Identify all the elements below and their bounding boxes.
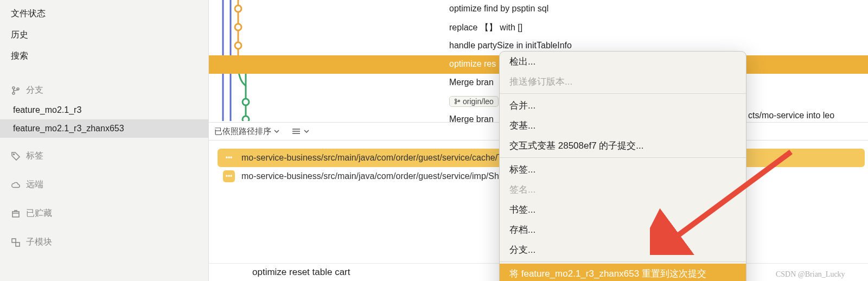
menu-archive[interactable]: 存档... [500,220,746,240]
menu-separator [500,93,746,94]
commit-msg-tail: cts/mo-service into leo [748,111,834,120]
sidebar-section-submodules[interactable]: 子模块 [0,232,208,253]
chevron-down-icon [274,130,279,133]
context-menu: 检出... 推送修订版本... 合并... 变基... 交互式变基 28508e… [499,51,746,281]
commit-row[interactable]: optimize find by psptin sql [209,0,868,18]
branch-tag: origin/leo [449,96,499,107]
svg-point-3 [14,154,15,155]
list-icon [291,127,301,135]
submodules-label: 子模块 [26,237,52,248]
svg-rect-6 [16,242,20,246]
remotes-label: 远端 [26,179,43,190]
sidebar-section-branches[interactable]: 分支 [0,80,208,101]
tags-label: 标签 [26,150,43,162]
submodule-icon [11,238,21,247]
stash-icon [11,209,21,219]
tag-icon [11,151,21,161]
sidebar-branch-item-active[interactable]: feature_mo2.1_r3_zhanx653 [0,119,208,138]
stashes-label: 已贮藏 [26,208,52,219]
modified-icon: ••• [223,152,235,164]
menu-push-revision: 推送修订版本... [500,72,746,92]
menu-rebase[interactable]: 变基... [500,116,746,136]
menu-interactive-rebase[interactable]: 交互式变基 28508ef7 的子提交... [500,136,746,156]
sidebar-section-tags[interactable]: 标签 [0,145,208,167]
menu-merge[interactable]: 合并... [500,95,746,116]
svg-point-18 [455,99,457,101]
menu-tag[interactable]: 标签... [500,159,746,180]
menu-checkout[interactable]: 检出... [500,52,746,72]
cloud-icon [11,180,21,190]
sidebar-section-stashes[interactable]: 已贮藏 [0,203,208,224]
menu-bookmark[interactable]: 书签... [500,200,746,220]
menu-separator [500,157,746,158]
svg-rect-5 [12,239,16,242]
menu-reset-to-commit[interactable]: 将 feature_mo2.1_r3_zhanx653 重置到这次提交 [500,264,746,281]
watermark: CSDN @Brian_Lucky [776,270,845,279]
sidebar-section-remotes[interactable]: 远端 [0,174,208,195]
branch-icon [11,86,21,95]
view-options[interactable] [291,127,309,135]
sidebar-branch-item[interactable]: feature_mo2.1_r3 [0,101,208,119]
sidebar-history[interactable]: 历史 [0,24,208,46]
commit-row[interactable]: replace 【】 with [] [209,18,868,37]
chevron-down-icon [304,130,309,133]
modified-icon: ••• [223,170,235,182]
menu-sign: 签名... [500,180,746,200]
svg-point-0 [12,87,15,89]
svg-point-19 [455,103,457,104]
sidebar-search[interactable]: 搜索 [0,46,208,67]
sidebar-file-status[interactable]: 文件状态 [0,3,208,24]
svg-point-1 [12,92,15,94]
menu-separator [500,261,746,262]
svg-rect-4 [12,212,19,217]
sort-dropdown[interactable]: 已依照路径排序 [214,126,279,137]
menu-branch[interactable]: 分支... [500,240,746,260]
branches-label: 分支 [26,85,43,96]
sidebar: 文件状态 历史 搜索 分支 feature_mo2.1_r3 feature_m… [0,0,209,281]
